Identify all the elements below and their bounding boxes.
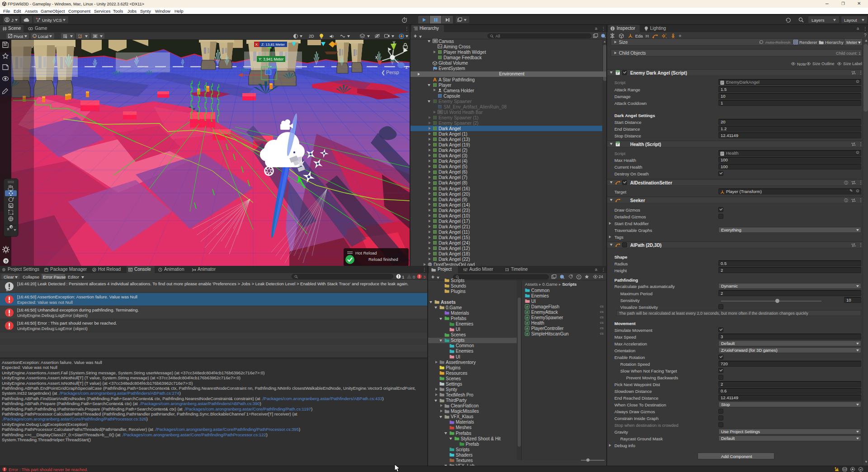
svg-text:#: #: [526, 316, 528, 319]
svg-text:#: #: [526, 327, 528, 330]
svg-text:#: #: [526, 311, 528, 314]
svg-text:?: ?: [5, 259, 8, 264]
svg-text:Y: 3,941 Meter: Y: 3,941 Meter: [259, 57, 283, 61]
svg-text:#: #: [526, 321, 528, 325]
svg-text:x: x: [375, 55, 377, 60]
svg-text:y: y: [393, 40, 395, 45]
svg-text:Reload finished: Reload finished: [368, 257, 398, 262]
svg-text:z: z: [406, 65, 408, 70]
svg-text:❮: ❮: [381, 70, 385, 76]
svg-text:X:: X:: [255, 42, 259, 47]
svg-text:#: #: [526, 332, 528, 335]
svg-text:Persp: Persp: [386, 70, 399, 75]
svg-text:Z: 13,81 Meter: Z: 13,81 Meter: [261, 42, 285, 47]
svg-text:Y: Y: [66, 36, 67, 39]
svg-text:Hot Reload: Hot Reload: [355, 250, 377, 255]
svg-text:#: #: [526, 305, 528, 308]
